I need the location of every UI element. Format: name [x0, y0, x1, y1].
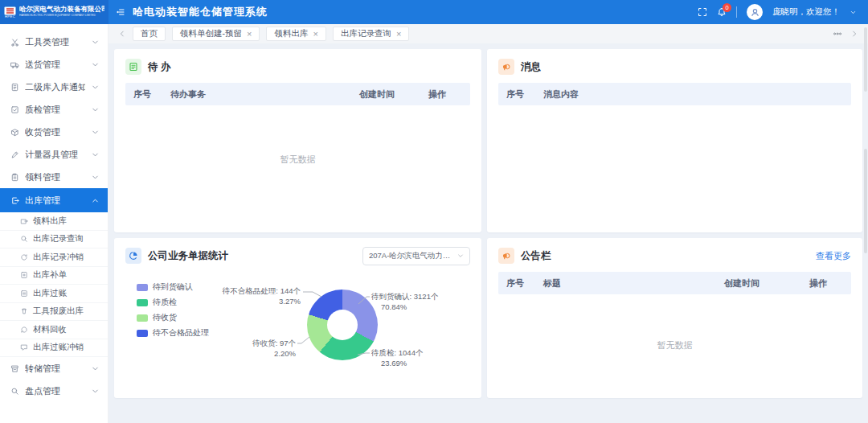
fullscreen-icon[interactable] [698, 7, 707, 17]
sidebar-subitem-label: 出库补单 [33, 269, 67, 281]
view-more-link[interactable]: 查看更多 [816, 250, 851, 262]
doc-plus-icon [20, 271, 28, 279]
check-square-icon [10, 105, 19, 114]
chevron-down-icon [91, 38, 100, 47]
tab-close-icon[interactable]: × [247, 30, 252, 39]
sidebar-item-quality-check[interactable]: 质检管理 [0, 98, 108, 121]
company-name-en: HARBIN ELECTRIC POWER EQUIPMENT COMPANY … [19, 14, 66, 18]
org-select[interactable]: 207A-哈尔滨电气动力装备有限公 [362, 247, 470, 265]
sidebar-subitem-material-outbound[interactable]: 领料出库 [0, 212, 108, 231]
sidebar-item-outbound[interactable]: 出库管理 [0, 188, 108, 212]
sidebar-subitem-label: 出库记录冲销 [33, 252, 84, 263]
sidebar-item-label: 出库管理 [25, 195, 85, 207]
notice-empty-state: 暂无数据 [487, 339, 862, 351]
sidebar-subitem-label: 工具报废出库 [33, 306, 84, 317]
sidebar-item-label: 计量器具管理 [25, 149, 85, 161]
sidebar-subitem-outbound-record-query[interactable]: 出库记录查询 [0, 231, 108, 249]
tab-requisition-create-reserve[interactable]: 领料单创建-预留× [172, 27, 260, 41]
notifications-button[interactable]: 0 [717, 7, 727, 17]
sidebar-item-label: 收货管理 [25, 126, 85, 138]
tabs-more-icon[interactable] [833, 29, 842, 39]
panel-title-todo: 待 办 [148, 60, 170, 74]
notice-panel: 公告栏 查看更多 序号标题创建时间操作 暂无数据 [487, 238, 862, 398]
legend-swatch [137, 284, 148, 291]
tab-home[interactable]: 首页 [133, 27, 166, 41]
sidebar-item-label: 质检管理 [25, 104, 85, 116]
posting-reversal-icon [20, 343, 28, 351]
sidebar-collapse-icon[interactable] [116, 7, 125, 17]
recycle-icon [20, 326, 28, 334]
company-logo-block: HPEC 哈尔滨电气动力装备有限公司 HARBIN ELECTRIC POWER… [0, 0, 108, 24]
tabs-scroll-right-icon[interactable] [850, 30, 858, 38]
sidebar-item-label: 送货管理 [25, 59, 85, 71]
legend-swatch [137, 299, 148, 306]
pie-chart-icon [125, 248, 141, 264]
export-icon [10, 196, 19, 205]
tab-outbound-record-query[interactable]: 出库记录查询× [333, 27, 409, 41]
chevron-down-icon [91, 105, 100, 114]
sidebar-subitem-outbound-supplement[interactable]: 出库补单 [0, 267, 108, 285]
sidebar-item-measuring-instruments[interactable]: 计量器具管理 [0, 143, 108, 166]
logo-emblem-text: HPEC [5, 15, 15, 18]
sidebar-item-tools[interactable]: 工具类管理 [0, 31, 108, 53]
donut-hole [327, 310, 358, 340]
tab-close-icon[interactable]: × [396, 30, 401, 39]
page-scrollbar[interactable] [864, 27, 867, 92]
legend-swatch [137, 330, 148, 337]
user-menu-caret-icon[interactable] [850, 9, 857, 16]
sidebar-subitem-material-recycle[interactable]: 材料回收 [0, 321, 108, 339]
sidebar-subitem-label: 材料回收 [33, 324, 67, 335]
tabs-scroll-left-icon[interactable] [118, 30, 126, 38]
sidebar-subitem-outbound-posting[interactable]: 出库过账 [0, 285, 108, 303]
todo-panel: 待 办 序号待办事务创建时间操作 暂无数据 [114, 49, 481, 232]
legend-item[interactable]: 待不合格品处理 [137, 327, 209, 339]
chevron-down-icon [91, 387, 100, 396]
sidebar-subitem-outbound-record-reversal[interactable]: 出库记录冲销 [0, 248, 108, 267]
header-divider [736, 6, 737, 18]
sidebar-item-label: 二级库入库通知单 [25, 81, 85, 93]
sidebar-subitem-outbound-posting-reversal[interactable]: 出库过账冲销 [0, 339, 108, 358]
sidebar-subitem-tool-scrap-outbound[interactable]: 工具报废出库 [0, 303, 108, 322]
sidebar-item-stocktake[interactable]: 盘点管理 [0, 380, 108, 402]
scrap-icon [20, 307, 28, 315]
app-root: HPEC 哈尔滨电气动力装备有限公司 HARBIN ELECTRIC POWER… [0, 0, 868, 423]
panel-title-stats: 公司业务单据统计 [148, 249, 228, 263]
column-header: 待办事务 [170, 88, 359, 101]
legend-item[interactable]: 待收货 [137, 312, 209, 323]
chevron-down-icon [91, 364, 100, 373]
sidebar-item-material-requisition[interactable]: 领料管理 [0, 166, 108, 188]
sidebar-item-level2-inbound-notice[interactable]: 二级库入库通知单 [0, 76, 108, 98]
sidebar-item-label: 工具类管理 [25, 36, 85, 48]
tabs-list: 首页领料单创建-预留×领料出库×出库记录查询× [133, 27, 409, 41]
org-select-value: 207A-哈尔滨电气动力装备有限公 [369, 251, 454, 261]
archive-icon [10, 364, 19, 373]
chart-label-rt: 待到货确认: 3121个70.84% [371, 292, 438, 312]
tab-close-icon[interactable]: × [313, 30, 317, 39]
panel-title-notice: 公告栏 [521, 249, 551, 263]
sidebar-item-delivery[interactable]: 送货管理 [0, 53, 108, 76]
column-header: 序号 [133, 88, 170, 101]
column-header: 操作 [428, 88, 462, 101]
company-name-cn: 哈尔滨电气动力装备有限公司 [19, 6, 104, 13]
column-header: 创建时间 [359, 88, 428, 101]
stats-panel: 公司业务单据统计 207A-哈尔滨电气动力装备有限公 待到货确认待质检待收货待不… [114, 238, 481, 398]
dashboard-content: 待 办 序号待办事务创建时间操作 暂无数据 消息 序号消息内容 [108, 43, 868, 404]
todo-icon [125, 59, 141, 75]
chart-label-rb: 待质检: 1044个23.69% [371, 348, 423, 368]
sidebar-item-transfer[interactable]: 转储管理 [0, 357, 108, 380]
chevron-down-icon [91, 150, 100, 159]
main-area: 首页领料单创建-预留×领料出库×出库记录查询× 待 办 序号待 [108, 24, 868, 423]
search-icon [20, 235, 28, 243]
tab-material-outbound[interactable]: 领料出库× [266, 27, 326, 41]
sidebar-subitem-label: 出库记录查询 [33, 233, 84, 244]
todo-empty-state: 暂无数据 [114, 154, 481, 166]
sidebar-item-label: 盘点管理 [25, 385, 85, 397]
box-out-icon [20, 217, 28, 225]
column-header: 序号 [506, 277, 543, 290]
avatar[interactable] [747, 4, 763, 20]
clipboard-icon [10, 173, 19, 182]
chart-label-lt: 待不合格品处理: 144个3.27% [174, 286, 301, 306]
sidebar-item-receiving[interactable]: 收货管理 [0, 121, 108, 143]
truck-icon [10, 60, 19, 69]
tab-label: 首页 [141, 28, 158, 39]
